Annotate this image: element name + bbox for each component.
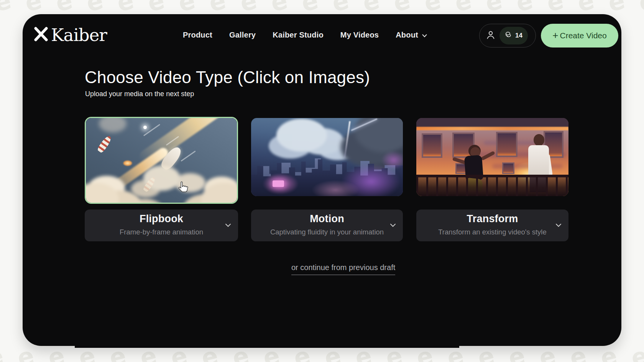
nav-item-about[interactable]: About — [396, 31, 427, 39]
nav-item-about-label: About — [396, 31, 418, 39]
screen: eeeeeeeeeeeeeeeeeeeeeee eeeeeeeeeeeeeeee… — [0, 0, 644, 362]
credits-coins-icon — [505, 31, 513, 40]
flipbook-title: Flipbook — [85, 213, 238, 225]
chevron-down-icon[interactable] — [225, 222, 231, 229]
transform-title: Transform — [416, 213, 568, 225]
main-nav: Product Gallery Kaiber Studio My Videos … — [183, 31, 427, 39]
nav-item-gallery[interactable]: Gallery — [229, 31, 256, 39]
page-title: Choose Video Type (Click on Images) — [85, 68, 370, 87]
kaiber-logo-mark-icon — [33, 25, 50, 45]
kaiber-logo[interactable]: Kaiber — [33, 25, 107, 45]
nav-item-product[interactable]: Product — [183, 31, 212, 39]
nav-item-kaiber-studio[interactable]: Kaiber Studio — [273, 31, 324, 39]
app-panel: Kaiber Product Gallery Kaiber Studio My … — [23, 14, 621, 346]
nav-item-my-videos[interactable]: My Videos — [340, 31, 379, 39]
credits-chip: 14 — [499, 27, 528, 44]
transform-description: Transform an existing video's style — [416, 228, 568, 236]
create-video-button[interactable]: + Create Video — [541, 24, 618, 48]
motion-title: Motion — [251, 213, 403, 225]
transform-label-bar[interactable]: Transform Transform an existing video's … — [416, 210, 568, 241]
chevron-down-icon[interactable] — [555, 222, 562, 229]
motion-thumbnail[interactable] — [251, 118, 403, 196]
page-subtitle: Upload your media on the next step — [85, 90, 194, 98]
chevron-down-icon — [422, 31, 427, 39]
motion-description: Captivating fluidity in your animation — [251, 228, 403, 236]
watermark-pattern-top: eeeeeeeeeeeeeeeeeeeeeee — [0, 0, 644, 14]
chevron-down-icon[interactable] — [390, 222, 396, 229]
flipbook-description: Frame-by-frame animation — [85, 228, 238, 236]
flipbook-art-rockets-sky — [86, 118, 237, 203]
kaiber-logo-text: Kaiber — [51, 26, 107, 44]
user-icon — [486, 30, 496, 41]
transform-thumbnail[interactable] — [416, 118, 568, 196]
flipbook-label-bar[interactable]: Flipbook Frame-by-frame animation — [85, 210, 238, 241]
account-pill[interactable]: 14 — [479, 24, 536, 48]
credits-count: 14 — [515, 32, 522, 39]
continue-from-draft-link[interactable]: or continue from previous draft — [291, 263, 395, 275]
create-video-label: Create Video — [560, 31, 606, 40]
plus-icon: + — [552, 30, 558, 40]
motion-art-neon-city — [251, 118, 403, 196]
transform-art-sunset-couple — [416, 118, 568, 196]
flipbook-thumbnail[interactable] — [85, 117, 238, 204]
motion-label-bar[interactable]: Motion Captivating fluidity in your anim… — [251, 210, 403, 241]
